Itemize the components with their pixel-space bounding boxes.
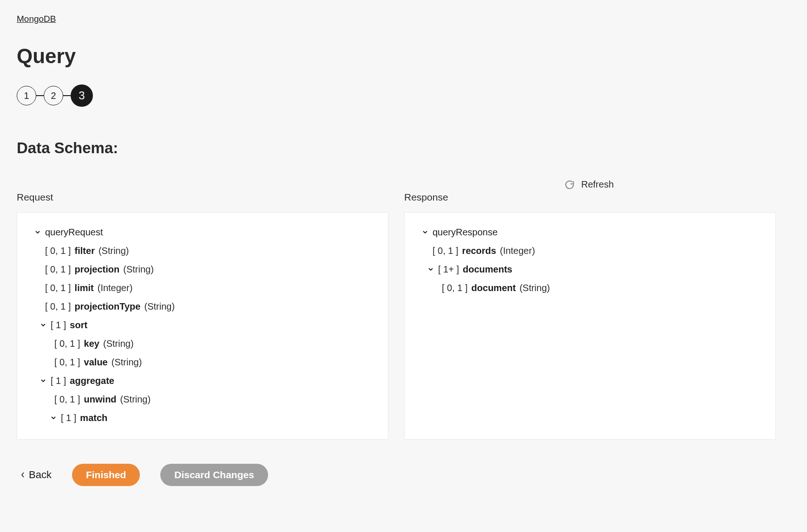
finished-button[interactable]: Finished (72, 464, 140, 486)
tree-node-documents[interactable]: [ 1+ ] documents (417, 260, 763, 279)
node-name: records (462, 241, 496, 260)
node-type: (String) (144, 297, 175, 316)
node-card: [ 1+ ] (438, 260, 459, 279)
tree-node-records[interactable]: [ 0, 1 ] records (Integer) (417, 241, 763, 260)
step-1[interactable]: 1 (17, 86, 36, 105)
chevron-down-icon (50, 415, 57, 421)
node-card: [ 0, 1 ] (45, 260, 71, 279)
discard-changes-button[interactable]: Discard Changes (160, 464, 268, 486)
refresh-icon (564, 180, 575, 190)
node-name: projectionType (75, 297, 141, 316)
chevron-down-icon (34, 229, 41, 235)
node-card: [ 0, 1 ] (54, 390, 80, 409)
step-connector (63, 95, 71, 96)
back-button[interactable]: Back (20, 469, 52, 481)
node-name: filter (75, 241, 95, 260)
step-connector (36, 95, 44, 96)
node-name: key (84, 334, 99, 353)
node-type: (String) (98, 241, 129, 260)
node-name: sort (70, 316, 87, 334)
breadcrumb-root-link[interactable]: MongoDB (17, 14, 56, 24)
tree-node-unwind[interactable]: [ 0, 1 ] unwind (String) (29, 390, 376, 409)
tree-node-aggregate[interactable]: [ 1 ] aggregate (29, 371, 376, 390)
node-type: (String) (519, 279, 550, 297)
node-card: [ 0, 1 ] (45, 297, 71, 316)
breadcrumb: MongoDB (17, 14, 790, 24)
tree-node-limit[interactable]: [ 0, 1 ] limit (Integer) (29, 279, 376, 297)
node-name: documents (463, 260, 512, 279)
tree-node-match[interactable]: [ 1 ] match (29, 409, 376, 427)
node-name: value (84, 353, 108, 371)
tree-node-sort-key[interactable]: [ 0, 1 ] key (String) (29, 334, 376, 353)
refresh-button[interactable]: Refresh (564, 179, 614, 190)
stepper: 1 2 3 (17, 84, 790, 107)
node-name: document (472, 279, 516, 297)
step-2[interactable]: 2 (44, 86, 63, 105)
node-card: [ 0, 1 ] (54, 334, 80, 353)
node-card: [ 1 ] (51, 316, 66, 334)
back-label: Back (29, 469, 52, 481)
request-panel: queryRequest [ 0, 1 ] filter (String) [ … (17, 212, 388, 440)
node-name: limit (75, 279, 94, 297)
request-label: Request (17, 192, 388, 203)
footer-actions: Back Finished Discard Changes (17, 464, 790, 486)
node-type: (String) (123, 260, 154, 279)
node-card: [ 0, 1 ] (54, 353, 80, 371)
response-label: Response (404, 192, 776, 203)
tree-node-queryRequest[interactable]: queryRequest (29, 223, 376, 241)
tree-node-queryResponse[interactable]: queryResponse (417, 223, 763, 241)
node-name: match (80, 409, 107, 427)
node-card: [ 0, 1 ] (442, 279, 468, 297)
refresh-label: Refresh (581, 179, 614, 190)
chevron-down-icon (421, 229, 429, 235)
response-panel: queryResponse [ 0, 1 ] records (Integer)… (404, 212, 776, 440)
chevron-down-icon (427, 266, 434, 272)
node-name: aggregate (70, 371, 114, 390)
chevron-down-icon (39, 378, 47, 383)
node-card: [ 0, 1 ] (45, 279, 71, 297)
request-column: Request queryRequest [ 0, 1 ] filter (St… (17, 192, 388, 440)
chevron-down-icon (39, 322, 47, 328)
node-card: [ 1 ] (61, 409, 76, 427)
tree-node-sort[interactable]: [ 1 ] sort (29, 316, 376, 334)
response-column: Response queryResponse [ 0, 1 ] records … (404, 192, 776, 440)
chevron-left-icon (20, 469, 25, 481)
tree-node-document[interactable]: [ 0, 1 ] document (String) (417, 279, 763, 297)
node-card: [ 0, 1 ] (433, 241, 459, 260)
node-type: (String) (103, 334, 134, 353)
node-type: (Integer) (98, 279, 133, 297)
page-title: Query (17, 45, 790, 68)
section-title: Data Schema: (17, 139, 790, 157)
tree-node-projection[interactable]: [ 0, 1 ] projection (String) (29, 260, 376, 279)
tree-node-sort-value[interactable]: [ 0, 1 ] value (String) (29, 353, 376, 371)
node-card: [ 1 ] (51, 371, 66, 390)
node-type: (String) (120, 390, 151, 409)
step-3[interactable]: 3 (71, 84, 93, 107)
tree-node-filter[interactable]: [ 0, 1 ] filter (String) (29, 241, 376, 260)
node-name: projection (75, 260, 120, 279)
node-name: unwind (84, 390, 117, 409)
node-card: [ 0, 1 ] (45, 241, 71, 260)
node-name: queryResponse (433, 223, 498, 241)
tree-node-projectionType[interactable]: [ 0, 1 ] projectionType (String) (29, 297, 376, 316)
node-type: (Integer) (500, 241, 535, 260)
node-type: (String) (112, 353, 142, 371)
node-name: queryRequest (45, 223, 103, 241)
